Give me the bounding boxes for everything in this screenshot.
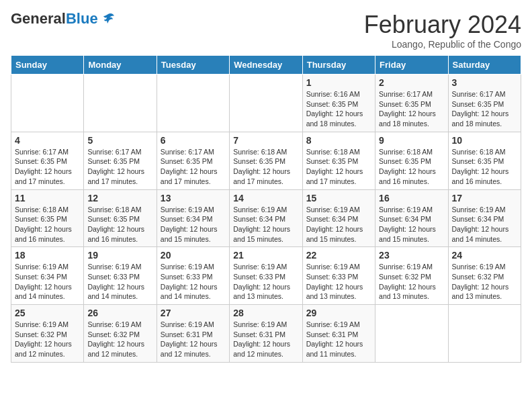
day-info: Sunrise: 6:19 AMSunset: 6:32 PMDaylight:… bbox=[452, 262, 517, 302]
calendar-title: February 2024 bbox=[364, 11, 521, 39]
calendar-cell: 26Sunrise: 6:19 AMSunset: 6:32 PMDayligh… bbox=[84, 305, 157, 363]
header-day-saturday: Saturday bbox=[448, 56, 521, 75]
day-number: 14 bbox=[233, 193, 298, 203]
day-info: Sunrise: 6:18 AMSunset: 6:35 PMDaylight:… bbox=[379, 147, 444, 187]
day-number: 1 bbox=[306, 77, 371, 88]
week-row-4: 18Sunrise: 6:19 AMSunset: 6:34 PMDayligh… bbox=[11, 247, 521, 305]
day-number: 3 bbox=[452, 77, 517, 88]
day-info: Sunrise: 6:19 AMSunset: 6:32 PMDaylight:… bbox=[87, 320, 152, 359]
day-number: 24 bbox=[452, 250, 517, 261]
calendar-cell: 7Sunrise: 6:18 AMSunset: 6:35 PMDaylight… bbox=[230, 132, 302, 189]
page-header: GeneralBlue February 2024 Loango, Republ… bbox=[11, 11, 521, 50]
calendar-cell: 15Sunrise: 6:19 AMSunset: 6:34 PMDayligh… bbox=[302, 189, 375, 247]
week-row-3: 11Sunrise: 6:18 AMSunset: 6:35 PMDayligh… bbox=[11, 189, 521, 247]
calendar-cell: 29Sunrise: 6:19 AMSunset: 6:31 PMDayligh… bbox=[302, 305, 375, 363]
day-info: Sunrise: 6:19 AMSunset: 6:34 PMDaylight:… bbox=[161, 205, 226, 244]
title-block: February 2024 Loango, Republic of the Co… bbox=[364, 11, 521, 50]
day-number: 10 bbox=[452, 135, 517, 146]
calendar-cell: 14Sunrise: 6:19 AMSunset: 6:34 PMDayligh… bbox=[230, 189, 302, 247]
calendar-cell bbox=[157, 75, 229, 132]
calendar-cell bbox=[84, 75, 157, 132]
day-info: Sunrise: 6:16 AMSunset: 6:35 PMDaylight:… bbox=[306, 89, 371, 129]
day-info: Sunrise: 6:19 AMSunset: 6:33 PMDaylight:… bbox=[306, 262, 371, 302]
calendar-cell: 17Sunrise: 6:19 AMSunset: 6:34 PMDayligh… bbox=[448, 189, 521, 247]
day-number: 26 bbox=[87, 308, 152, 318]
week-row-5: 25Sunrise: 6:19 AMSunset: 6:32 PMDayligh… bbox=[11, 305, 521, 363]
day-number: 12 bbox=[87, 193, 152, 203]
day-number: 17 bbox=[452, 193, 517, 203]
day-info: Sunrise: 6:19 AMSunset: 6:34 PMDaylight:… bbox=[233, 205, 298, 244]
logo-text: GeneralBlue bbox=[11, 11, 98, 27]
calendar-cell: 11Sunrise: 6:18 AMSunset: 6:35 PMDayligh… bbox=[11, 189, 84, 247]
day-info: Sunrise: 6:19 AMSunset: 6:31 PMDaylight:… bbox=[161, 320, 226, 359]
calendar-cell bbox=[11, 75, 84, 132]
day-info: Sunrise: 6:19 AMSunset: 6:34 PMDaylight:… bbox=[306, 205, 371, 244]
calendar-cell: 8Sunrise: 6:18 AMSunset: 6:35 PMDaylight… bbox=[302, 132, 375, 189]
day-number: 2 bbox=[379, 77, 444, 88]
day-info: Sunrise: 6:19 AMSunset: 6:33 PMDaylight:… bbox=[87, 262, 152, 302]
calendar-cell: 24Sunrise: 6:19 AMSunset: 6:32 PMDayligh… bbox=[448, 247, 521, 305]
calendar-subtitle: Loango, Republic of the Congo bbox=[364, 39, 521, 50]
header-day-wednesday: Wednesday bbox=[230, 56, 302, 75]
calendar-cell: 19Sunrise: 6:19 AMSunset: 6:33 PMDayligh… bbox=[84, 247, 157, 305]
header-day-tuesday: Tuesday bbox=[157, 56, 229, 75]
day-info: Sunrise: 6:17 AMSunset: 6:35 PMDaylight:… bbox=[452, 89, 517, 129]
calendar-cell bbox=[230, 75, 302, 132]
header-row: SundayMondayTuesdayWednesdayThursdayFrid… bbox=[11, 56, 521, 75]
day-info: Sunrise: 6:18 AMSunset: 6:35 PMDaylight:… bbox=[15, 205, 80, 244]
day-number: 5 bbox=[87, 135, 152, 146]
day-info: Sunrise: 6:19 AMSunset: 6:32 PMDaylight:… bbox=[379, 262, 444, 302]
header-day-sunday: Sunday bbox=[11, 56, 84, 75]
day-info: Sunrise: 6:19 AMSunset: 6:33 PMDaylight:… bbox=[161, 262, 226, 302]
day-info: Sunrise: 6:17 AMSunset: 6:35 PMDaylight:… bbox=[87, 147, 152, 187]
calendar-cell: 27Sunrise: 6:19 AMSunset: 6:31 PMDayligh… bbox=[157, 305, 229, 363]
header-day-friday: Friday bbox=[375, 56, 448, 75]
calendar-cell: 10Sunrise: 6:18 AMSunset: 6:35 PMDayligh… bbox=[448, 132, 521, 189]
day-number: 27 bbox=[161, 308, 226, 318]
day-info: Sunrise: 6:18 AMSunset: 6:35 PMDaylight:… bbox=[306, 147, 371, 187]
calendar-cell: 6Sunrise: 6:17 AMSunset: 6:35 PMDaylight… bbox=[157, 132, 229, 189]
calendar-cell: 3Sunrise: 6:17 AMSunset: 6:35 PMDaylight… bbox=[448, 75, 521, 132]
day-number: 13 bbox=[161, 193, 226, 203]
calendar-cell: 18Sunrise: 6:19 AMSunset: 6:34 PMDayligh… bbox=[11, 247, 84, 305]
day-number: 15 bbox=[306, 193, 371, 203]
week-row-2: 4Sunrise: 6:17 AMSunset: 6:35 PMDaylight… bbox=[11, 132, 521, 189]
logo: GeneralBlue bbox=[11, 11, 116, 27]
calendar-cell: 25Sunrise: 6:19 AMSunset: 6:32 PMDayligh… bbox=[11, 305, 84, 363]
day-info: Sunrise: 6:19 AMSunset: 6:32 PMDaylight:… bbox=[15, 320, 80, 359]
day-number: 22 bbox=[306, 250, 371, 261]
calendar-header: SundayMondayTuesdayWednesdayThursdayFrid… bbox=[11, 56, 521, 75]
week-row-1: 1Sunrise: 6:16 AMSunset: 6:35 PMDaylight… bbox=[11, 75, 521, 132]
day-info: Sunrise: 6:18 AMSunset: 6:35 PMDaylight:… bbox=[233, 147, 298, 187]
day-number: 18 bbox=[15, 250, 80, 261]
calendar-cell: 23Sunrise: 6:19 AMSunset: 6:32 PMDayligh… bbox=[375, 247, 448, 305]
day-info: Sunrise: 6:17 AMSunset: 6:35 PMDaylight:… bbox=[161, 147, 226, 187]
day-number: 19 bbox=[87, 250, 152, 261]
calendar-cell: 16Sunrise: 6:19 AMSunset: 6:34 PMDayligh… bbox=[375, 189, 448, 247]
calendar-cell: 28Sunrise: 6:19 AMSunset: 6:31 PMDayligh… bbox=[230, 305, 302, 363]
calendar-cell: 22Sunrise: 6:19 AMSunset: 6:33 PMDayligh… bbox=[302, 247, 375, 305]
header-day-monday: Monday bbox=[84, 56, 157, 75]
day-number: 25 bbox=[15, 308, 80, 318]
calendar-cell: 1Sunrise: 6:16 AMSunset: 6:35 PMDaylight… bbox=[302, 75, 375, 132]
day-info: Sunrise: 6:19 AMSunset: 6:34 PMDaylight:… bbox=[15, 262, 80, 302]
day-number: 4 bbox=[15, 135, 80, 146]
calendar-cell: 21Sunrise: 6:19 AMSunset: 6:33 PMDayligh… bbox=[230, 247, 302, 305]
calendar-cell: 13Sunrise: 6:19 AMSunset: 6:34 PMDayligh… bbox=[157, 189, 229, 247]
header-day-thursday: Thursday bbox=[302, 56, 375, 75]
day-number: 11 bbox=[15, 193, 80, 203]
day-info: Sunrise: 6:19 AMSunset: 6:33 PMDaylight:… bbox=[233, 262, 298, 302]
calendar-cell: 20Sunrise: 6:19 AMSunset: 6:33 PMDayligh… bbox=[157, 247, 229, 305]
day-info: Sunrise: 6:19 AMSunset: 6:31 PMDaylight:… bbox=[233, 320, 298, 359]
day-info: Sunrise: 6:18 AMSunset: 6:35 PMDaylight:… bbox=[87, 205, 152, 244]
calendar-cell bbox=[375, 305, 448, 363]
calendar-cell: 4Sunrise: 6:17 AMSunset: 6:35 PMDaylight… bbox=[11, 132, 84, 189]
day-info: Sunrise: 6:19 AMSunset: 6:34 PMDaylight:… bbox=[452, 205, 517, 244]
day-info: Sunrise: 6:18 AMSunset: 6:35 PMDaylight:… bbox=[452, 147, 517, 187]
calendar-cell: 9Sunrise: 6:18 AMSunset: 6:35 PMDaylight… bbox=[375, 132, 448, 189]
day-info: Sunrise: 6:19 AMSunset: 6:34 PMDaylight:… bbox=[379, 205, 444, 244]
calendar-body: 1Sunrise: 6:16 AMSunset: 6:35 PMDaylight… bbox=[11, 75, 521, 363]
day-number: 20 bbox=[161, 250, 226, 261]
day-number: 9 bbox=[379, 135, 444, 146]
day-number: 6 bbox=[161, 135, 226, 146]
